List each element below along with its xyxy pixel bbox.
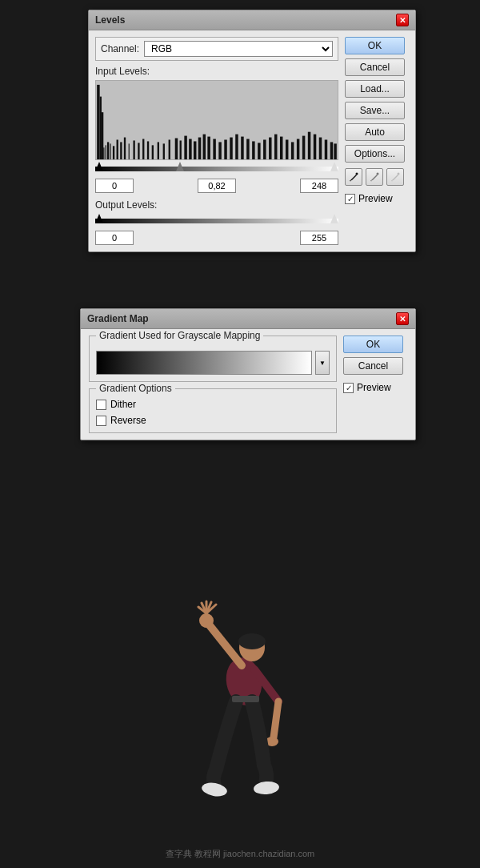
svg-rect-33 — [235, 135, 238, 159]
grayscale-group: Gradient Used for Grayscale Mapping ▼ — [89, 336, 337, 382]
svg-rect-24 — [189, 139, 191, 159]
reverse-row: Reverse — [96, 415, 330, 426]
svg-rect-43 — [291, 142, 294, 159]
gradient-bar[interactable] — [96, 351, 312, 375]
output-slider[interactable] — [95, 214, 338, 228]
svg-rect-19 — [163, 143, 165, 159]
svg-point-52 — [356, 173, 358, 175]
gradient-preview-row: Preview — [343, 382, 407, 393]
levels-auto-button[interactable]: Auto — [345, 123, 405, 141]
input-mid-handle[interactable] — [176, 162, 184, 171]
levels-ok-button[interactable]: OK — [345, 37, 405, 54]
levels-body: Channel: RGB Input Levels: — [89, 30, 415, 251]
svg-rect-46 — [308, 132, 310, 159]
gradient-right-panel: OK Cancel Preview — [343, 336, 407, 433]
gradient-options-group: Gradient Options Dither Reverse — [89, 388, 337, 433]
svg-point-57 — [238, 633, 266, 649]
svg-rect-0 — [96, 81, 338, 159]
svg-rect-6 — [107, 142, 109, 159]
output-black-field[interactable]: 0 — [95, 231, 134, 245]
dither-checkbox[interactable] — [96, 400, 106, 410]
input-mid-field[interactable]: 0,82 — [198, 179, 236, 193]
levels-options-button[interactable]: Options... — [345, 145, 405, 163]
output-black-handle[interactable] — [95, 214, 103, 223]
input-slider[interactable] — [95, 162, 338, 176]
svg-rect-42 — [286, 140, 288, 160]
input-values-row: 0 0,82 248 — [95, 179, 338, 193]
dancer-svg — [160, 561, 320, 826]
gradient-left-panel: Gradient Used for Grayscale Mapping ▼ Gr… — [89, 336, 337, 433]
gradient-preview-checkbox[interactable] — [343, 383, 354, 393]
svg-rect-30 — [218, 142, 221, 159]
svg-rect-22 — [180, 140, 182, 159]
svg-rect-36 — [252, 141, 254, 159]
svg-rect-16 — [147, 141, 149, 159]
gradient-close-button[interactable]: ✕ — [396, 312, 409, 325]
channel-select[interactable]: RGB — [144, 41, 333, 57]
svg-rect-44 — [297, 139, 299, 159]
svg-rect-48 — [319, 138, 322, 159]
levels-preview-checkbox[interactable] — [345, 194, 355, 204]
levels-close-button[interactable]: ✕ — [396, 14, 409, 26]
output-values-row: 0 255 — [95, 231, 338, 245]
dither-row: Dither — [96, 399, 330, 410]
svg-point-54 — [398, 173, 400, 175]
svg-rect-31 — [224, 140, 226, 160]
svg-point-53 — [377, 173, 379, 175]
svg-rect-14 — [138, 143, 139, 159]
gradient-bar-container: ▼ — [96, 351, 330, 375]
svg-rect-28 — [207, 137, 210, 159]
gradient-options-title: Gradient Options — [96, 383, 175, 394]
svg-rect-38 — [263, 140, 266, 160]
output-white-field[interactable]: 255 — [300, 231, 338, 245]
levels-save-button[interactable]: Save... — [345, 102, 405, 119]
reverse-label: Reverse — [110, 415, 146, 426]
svg-rect-20 — [169, 140, 170, 160]
svg-rect-13 — [133, 140, 134, 159]
histogram-svg — [96, 81, 338, 159]
gradient-body: Gradient Used for Grayscale Mapping ▼ Gr… — [81, 329, 415, 440]
svg-rect-49 — [325, 140, 327, 160]
gradient-titlebar: Gradient Map ✕ — [81, 309, 415, 329]
svg-rect-51 — [334, 143, 336, 159]
svg-rect-5 — [106, 145, 106, 159]
svg-rect-8 — [113, 146, 114, 159]
levels-preview-label: Preview — [358, 193, 393, 204]
grayscale-group-title: Gradient Used for Grayscale Mapping — [96, 330, 263, 341]
reverse-checkbox[interactable] — [96, 416, 106, 426]
svg-rect-29 — [213, 139, 215, 159]
svg-rect-23 — [184, 136, 186, 159]
levels-dialog: Levels ✕ Channel: RGB Input Levels: — [88, 10, 416, 252]
svg-rect-4 — [103, 147, 104, 159]
input-black-field[interactable]: 0 — [95, 179, 134, 193]
gray-eyedropper-button[interactable] — [366, 168, 383, 186]
svg-rect-17 — [152, 145, 154, 159]
histogram — [95, 80, 338, 160]
svg-rect-11 — [124, 138, 126, 159]
gradient-ok-button[interactable]: OK — [343, 336, 403, 353]
levels-right-panel: OK Cancel Load... Save... Auto Options..… — [345, 37, 409, 245]
input-white-handle[interactable] — [330, 162, 338, 171]
svg-rect-40 — [274, 135, 277, 159]
svg-rect-32 — [230, 138, 232, 159]
levels-cancel-button[interactable]: Cancel — [345, 58, 405, 76]
svg-rect-34 — [241, 137, 243, 159]
levels-load-button[interactable]: Load... — [345, 80, 405, 98]
black-eyedropper-button[interactable] — [345, 168, 362, 186]
svg-line-66 — [274, 701, 278, 737]
gradient-dropdown-button[interactable]: ▼ — [315, 351, 330, 375]
svg-line-58 — [210, 625, 242, 665]
gradient-map-dialog: Gradient Map ✕ Gradient Used for Graysca… — [80, 308, 416, 440]
white-eyedropper-button[interactable] — [386, 168, 404, 186]
svg-point-59 — [199, 613, 214, 628]
input-white-field[interactable]: 248 — [300, 179, 338, 193]
output-white-handle[interactable] — [330, 214, 338, 223]
svg-rect-18 — [158, 142, 159, 159]
levels-title: Levels — [95, 14, 125, 26]
input-black-handle[interactable] — [95, 162, 103, 171]
levels-titlebar: Levels ✕ — [89, 10, 415, 30]
gradient-cancel-button[interactable]: Cancel — [343, 357, 403, 375]
channel-label: Channel: — [101, 43, 139, 54]
channel-row: Channel: RGB — [95, 37, 338, 61]
svg-rect-37 — [258, 143, 260, 159]
